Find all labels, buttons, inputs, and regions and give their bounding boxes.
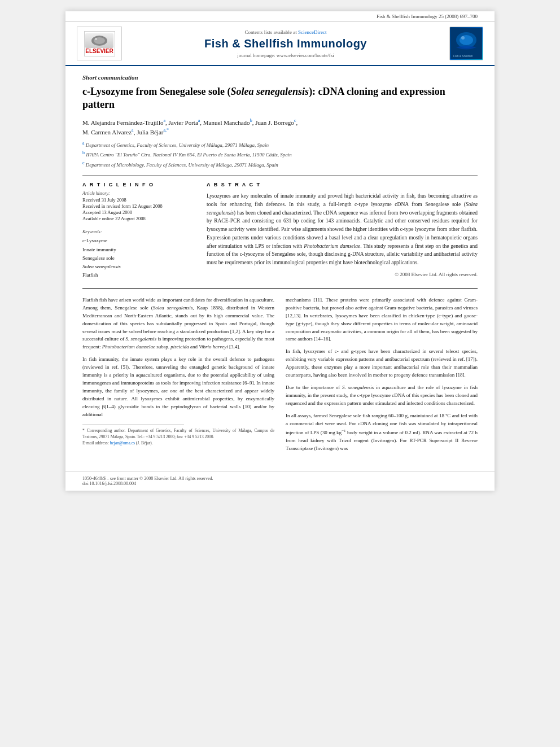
- body-para-1: Flatfish fish have arisen world wide as …: [82, 296, 274, 352]
- article-type: Short communication: [82, 74, 478, 81]
- keyword-5: Flatfish: [82, 271, 195, 279]
- doi-line: doi:10.1016/j.fsi.2008.08.004: [82, 481, 478, 486]
- svg-point-6: [461, 36, 465, 40]
- affiliation-b: b IFAPA Centro "El Toruño" Ctra. Naciona…: [82, 150, 478, 159]
- section-divider: [82, 288, 478, 289]
- article-history: Article history: Received 31 July 2008 R…: [82, 191, 195, 221]
- body-para-2: In fish immunity, the innate system play…: [82, 356, 274, 419]
- issn-line: 1050-4648/$ – see front matter © 2008 El…: [82, 476, 478, 481]
- keyword-1: c-Lysozyme: [82, 237, 195, 245]
- keyword-4: Solea senegalensis: [82, 263, 195, 271]
- article-title: c-Lysozyme from Senegalese sole (Solea s…: [82, 85, 478, 112]
- page: Fish & Shellfish Immunology 25 (2008) 69…: [65, 11, 495, 491]
- accepted-date: Accepted 13 August 2008: [82, 209, 195, 215]
- journal-thumbnail: Fish & Shellfish: [449, 27, 483, 60]
- elsevier-text: ELSEVIER: [85, 48, 113, 54]
- keywords-section: Keywords: c-Lysozyme Innate immunity Sen…: [82, 229, 195, 279]
- body-para-4: In fish, lysozymes of c- and g-types hav…: [286, 348, 478, 379]
- affiliation-c: c Department of Microbiology, Faculty of…: [82, 160, 478, 169]
- revised-date: Received in revised form 12 August 2008: [82, 203, 195, 209]
- body-para-3: mechanisms [11]. These proteins were pri…: [286, 296, 478, 344]
- body-para-6: In all assays, farmed Senegalese sole fi…: [286, 412, 478, 453]
- journal-header: ELSEVIER Contents lists available at Sci…: [65, 22, 495, 66]
- email-link[interactable]: bejan@uma.es: [110, 440, 135, 445]
- email-person: (J. Béjar).: [136, 440, 153, 445]
- svg-point-2: [95, 38, 97, 40]
- bottom-bar: 1050-4648/$ – see front matter © 2008 El…: [65, 471, 495, 491]
- body-left-col: Flatfish fish have arisen world wide as …: [82, 296, 274, 457]
- body-para-5: Due to the importance of S. senegalensis…: [286, 384, 478, 408]
- sciencedirect-link[interactable]: ScienceDirect: [298, 29, 326, 35]
- footnote-divider: [82, 425, 184, 425]
- abstract-text: Lysozymes are key molecules of innate im…: [207, 192, 478, 267]
- authors: M. Alejandra Fernández-Trujilloa, Javier…: [82, 117, 478, 137]
- online-date: Available online 22 August 2008: [82, 216, 195, 221]
- sciencedirect-line: Contents lists available at ScienceDirec…: [128, 29, 444, 35]
- journal-homepage: journal homepage: www.elsevier.com/locat…: [128, 53, 444, 58]
- journal-reference: Fish & Shellfish Immunology 25 (2008) 69…: [65, 11, 495, 22]
- body-right-col: mechanisms [11]. These proteins were pri…: [286, 296, 478, 457]
- svg-text:Fish & Shellfish: Fish & Shellfish: [453, 54, 473, 58]
- article-info-col: A R T I C L E I N F O Article history: R…: [82, 182, 195, 279]
- abstract-col: A B S T R A C T Lysozymes are key molecu…: [207, 182, 478, 279]
- email-label: E-mail address:: [82, 440, 110, 445]
- keywords-list: c-Lysozyme Innate immunity Senegalese so…: [82, 237, 195, 279]
- article-info-abstract: A R T I C L E I N F O Article history: R…: [82, 176, 478, 279]
- body-content: Flatfish fish have arisen world wide as …: [82, 296, 478, 457]
- received-date: Received 31 July 2008: [82, 197, 195, 203]
- affiliations: a Department of Genetics, Faculty of Sci…: [82, 140, 478, 169]
- affiliation-a: a Department of Genetics, Faculty of Sci…: [82, 140, 478, 149]
- footnote-corresponding: * Corresponding author. Department of Ge…: [82, 427, 274, 447]
- elsevier-logo: ELSEVIER: [77, 27, 122, 60]
- keyword-3: Senegalese sole: [82, 254, 195, 263]
- journal-title-header: Fish & Shellfish Immunology: [128, 37, 444, 50]
- journal-center: Contents lists available at ScienceDirec…: [122, 29, 449, 58]
- copyright-notice: © 2008 Elsevier Ltd. All rights reserved…: [207, 272, 478, 277]
- abstract-heading: A B S T R A C T: [207, 182, 478, 187]
- keyword-2: Innate immunity: [82, 246, 195, 254]
- svg-point-5: [460, 35, 473, 45]
- journal-ref-text: Fish & Shellfish Immunology 25 (2008) 69…: [377, 14, 478, 19]
- article-content: Short communication c-Lysozyme from Sene…: [65, 66, 495, 465]
- article-info-heading: A R T I C L E I N F O: [82, 182, 195, 187]
